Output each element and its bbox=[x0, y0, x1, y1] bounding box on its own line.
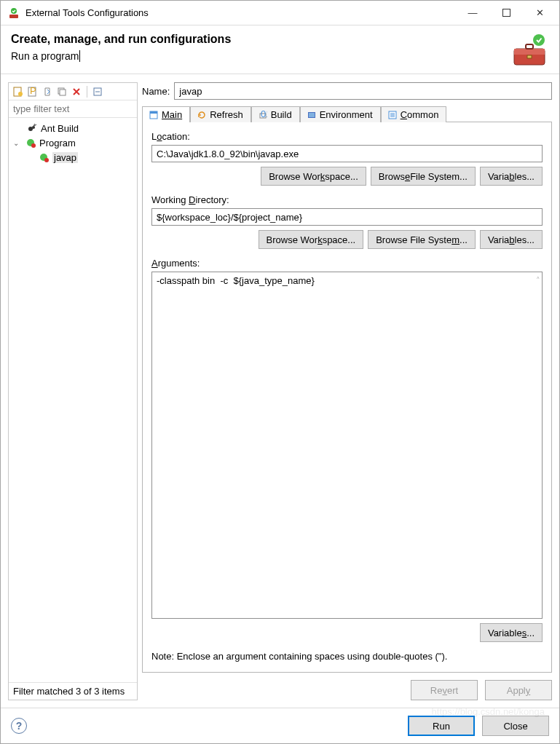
run-button[interactable]: Run bbox=[408, 716, 475, 736]
working-dir-label: Working Directory: bbox=[151, 194, 543, 205]
workdir-browse-filesystem-button[interactable]: Browse File System... bbox=[368, 230, 476, 249]
svg-rect-5 bbox=[514, 49, 545, 55]
svg-point-20 bbox=[44, 158, 49, 162]
arguments-variables-button[interactable]: Variables... bbox=[480, 623, 543, 642]
dialog-footer: ? Run Close bbox=[1, 708, 559, 743]
location-browse-workspace-button[interactable]: Browse Workspace... bbox=[261, 167, 366, 186]
svg-rect-13 bbox=[60, 90, 66, 95]
tab-label: Refresh bbox=[210, 109, 243, 120]
dialog-header: Create, manage, and run configurations R… bbox=[1, 25, 559, 74]
tree-item-javap[interactable]: javap bbox=[9, 150, 137, 165]
close-button[interactable]: Close bbox=[482, 716, 549, 736]
tab-common[interactable]: Common bbox=[381, 106, 447, 122]
tab-main[interactable]: Main bbox=[142, 106, 190, 122]
svg-rect-2 bbox=[502, 9, 510, 17]
ant-icon bbox=[26, 122, 38, 134]
tab-environment[interactable]: Environment bbox=[300, 106, 381, 122]
left-pane: P Ant Build ⌄ Program bbox=[8, 82, 138, 700]
tab-label: Environment bbox=[320, 109, 373, 120]
svg-rect-26 bbox=[309, 113, 315, 117]
toolbar-separator bbox=[87, 86, 87, 98]
refresh-tab-icon bbox=[197, 110, 207, 120]
tree-item-ant-build[interactable]: Ant Build bbox=[9, 121, 137, 135]
name-input[interactable] bbox=[174, 82, 552, 100]
window-title: External Tools Configurations bbox=[25, 7, 456, 18]
revert-button[interactable]: Revert bbox=[411, 680, 478, 700]
svg-point-18 bbox=[31, 143, 36, 148]
run-toolbox-icon bbox=[510, 33, 549, 68]
tree-label: javap bbox=[52, 152, 78, 163]
location-label: Location: bbox=[151, 131, 543, 142]
svg-rect-22 bbox=[150, 111, 157, 114]
location-browse-filesystem-button[interactable]: Browse File System... bbox=[371, 167, 476, 186]
svg-text:010: 010 bbox=[261, 111, 267, 119]
minimize-button[interactable]: — bbox=[456, 2, 489, 24]
location-variables-button[interactable]: Variables... bbox=[480, 167, 543, 186]
close-window-button[interactable]: ✕ bbox=[523, 2, 556, 24]
twisty-open-icon[interactable]: ⌄ bbox=[13, 139, 22, 147]
duplicate-button[interactable] bbox=[55, 85, 68, 98]
main-tab-icon bbox=[149, 110, 159, 120]
svg-point-9 bbox=[18, 92, 23, 96]
tab-panel-main: Location: Browse Workspace... Browse Fil… bbox=[142, 122, 552, 673]
header-title: Create, manage, and run configurations bbox=[11, 33, 510, 46]
environment-tab-icon bbox=[307, 110, 317, 120]
svg-rect-7 bbox=[527, 55, 532, 58]
arguments-note: Note: Enclose an argument containing spa… bbox=[151, 651, 543, 662]
svg-point-16 bbox=[32, 126, 35, 129]
content-area: P Ant Build ⌄ Program bbox=[1, 74, 559, 708]
program-icon bbox=[25, 137, 36, 149]
help-icon[interactable]: ? bbox=[11, 718, 27, 734]
maximize-button[interactable] bbox=[489, 2, 523, 24]
tree-item-program[interactable]: ⌄ Program bbox=[9, 135, 137, 150]
scroll-up-icon: ˄ bbox=[536, 276, 540, 285]
external-tools-icon bbox=[8, 7, 20, 19]
arguments-textarea[interactable] bbox=[151, 272, 543, 619]
location-input[interactable] bbox=[151, 145, 543, 162]
svg-point-3 bbox=[533, 34, 545, 46]
tab-bar: Main Refresh 010 Build Environment Commo… bbox=[142, 106, 552, 122]
export-button[interactable] bbox=[41, 85, 54, 98]
svg-text:P: P bbox=[30, 87, 36, 96]
tab-label: Build bbox=[271, 109, 292, 120]
filter-status: Filter matched 3 of 3 items bbox=[9, 682, 137, 700]
svg-rect-1 bbox=[9, 15, 18, 18]
tab-label: Common bbox=[401, 109, 439, 120]
workdir-browse-workspace-button[interactable]: Browse Workspace... bbox=[259, 230, 364, 249]
right-pane: Name: Main Refresh 010 Build E bbox=[142, 82, 552, 700]
tab-build[interactable]: 010 Build bbox=[251, 106, 300, 122]
common-tab-icon bbox=[387, 110, 398, 120]
working-dir-input[interactable] bbox=[151, 208, 543, 226]
build-tab-icon: 010 bbox=[258, 110, 268, 120]
dialog-window: External Tools Configurations — ✕ Create… bbox=[0, 0, 560, 744]
tree-filter-input[interactable] bbox=[9, 100, 137, 118]
config-tree[interactable]: Ant Build ⌄ Program javap bbox=[9, 118, 137, 682]
svg-point-0 bbox=[11, 8, 17, 14]
tree-label: Ant Build bbox=[41, 123, 79, 134]
arguments-label: Arguments: bbox=[151, 258, 543, 269]
program-icon bbox=[38, 151, 50, 163]
tab-label: Main bbox=[162, 109, 182, 120]
new-prototype-button[interactable]: P bbox=[26, 85, 39, 98]
name-label: Name: bbox=[142, 86, 170, 97]
left-toolbar: P bbox=[9, 83, 137, 100]
new-config-button[interactable] bbox=[12, 85, 25, 98]
apply-button[interactable]: Apply bbox=[485, 680, 552, 700]
tree-label: Program bbox=[39, 138, 76, 149]
delete-button[interactable] bbox=[70, 85, 83, 98]
header-subtitle: Run a program bbox=[11, 50, 80, 62]
workdir-variables-button[interactable]: Variables... bbox=[480, 230, 543, 249]
collapse-all-button[interactable] bbox=[91, 85, 104, 98]
tab-refresh[interactable]: Refresh bbox=[190, 106, 251, 122]
titlebar: External Tools Configurations — ✕ bbox=[1, 1, 559, 25]
svg-rect-6 bbox=[526, 44, 533, 49]
